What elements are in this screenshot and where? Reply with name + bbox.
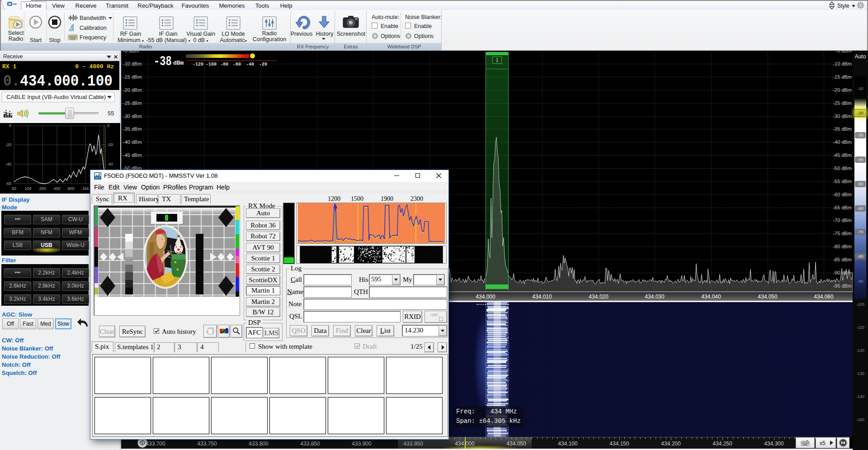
svg-text:-60: -60: [5, 181, 11, 186]
svg-text:200: 200: [39, 186, 46, 191]
svg-text:-20: -20: [5, 142, 11, 147]
svg-text:-20: -20: [107, 142, 113, 147]
svg-text:-40: -40: [107, 162, 113, 166]
svg-text:0: 0: [107, 123, 109, 128]
svg-text:1k6: 1k6: [82, 186, 89, 191]
svg-text:0: 0: [9, 123, 11, 128]
svg-text:800: 800: [67, 186, 74, 191]
svg-text:-40: -40: [5, 162, 11, 166]
svg-text:100: 100: [24, 186, 31, 191]
svg-text:400: 400: [53, 186, 60, 191]
svg-text:50: 50: [12, 186, 16, 191]
svg-text:SSTV: SSTV: [95, 177, 100, 179]
